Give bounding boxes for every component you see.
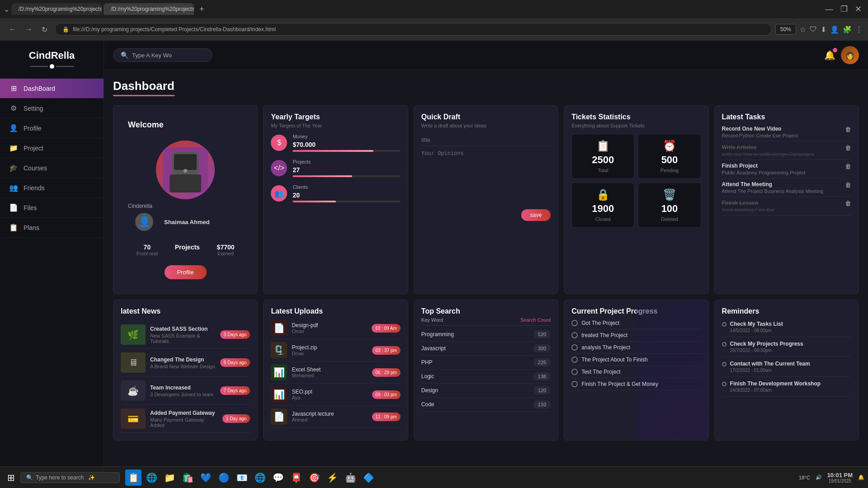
task-3-delete[interactable]: 🗑 [845,163,851,170]
taskbar-search-icon: 🔍 [26,474,33,481]
search-row-1: Programming 520 [421,328,551,342]
taskbar-app-whatsapp[interactable]: 💬 [270,469,286,486]
user-avatar[interactable]: 👩 [841,46,859,64]
upload-name-1: Design-pdf [292,322,367,328]
news-thumb-2: 🖥 [121,352,146,373]
taskbar-app-chatgpt[interactable]: 🤖 [342,469,359,486]
sidebar-item-plans[interactable]: 📋 Plans [0,218,104,238]
taskbar-search[interactable]: 🔍 Type here to search ✨ [20,472,120,483]
address-bar[interactable]: 🔒 file:///D:/my programing projects/Comp… [55,23,772,36]
sidebar-item-project[interactable]: 📁 Project [0,138,104,158]
logo-dot [50,64,54,69]
setting-icon: ⚙ [9,104,18,113]
news-thumb-1: 🌿 [121,324,146,345]
news-content-4: Added Payment Gateway Many Payment Gatew… [150,410,218,428]
taskbar-app-app3[interactable]: 🔷 [360,469,377,486]
news-title: latest News [121,307,250,315]
news-title-2: Changed The Design [150,357,216,363]
latest-uploads-card: Latest Uploads 📄 Design-pdf Omar 10 : 09… [263,300,408,441]
draft-title-input[interactable] [421,134,551,146]
ticket-deleted: 🗑️ 100 Deleted [638,183,701,228]
sidebar-item-courses[interactable]: 🎓 Courses [0,158,104,178]
new-tab-btn[interactable]: + [196,5,208,14]
forward-btn[interactable]: → [22,23,36,36]
top-search-title: Top Search [421,307,551,315]
target-projects: </> Projects 27 [271,159,400,177]
browser-tab-2[interactable]: /D:/my%20programing%20projects... ✕ [104,3,194,15]
minimize-btn[interactable]: — [822,5,836,14]
menu-btn[interactable]: ⋮ [855,25,863,34]
count-3: 225 [533,358,551,366]
sidebar-nav: ⊞ DashBoard ⚙ Setting 👤 Profile 📁 Projec… [0,73,104,243]
save-draft-btn[interactable]: save [521,209,551,221]
tab-1-label: /D:/my%20programing%20projects... [19,6,102,12]
reminder-dot-3 [722,362,726,366]
taskbar-app-vscode[interactable]: 💙 [198,469,214,486]
target-clients-label: Clients [292,184,400,190]
refresh-btn[interactable]: ↻ [38,23,51,36]
tasks-list: Record One New Video Record Python Creat… [722,123,851,216]
task-item-1: Record One New Video Record Python Creat… [722,123,851,141]
project-radio-6 [571,381,578,387]
sidebar-item-profile[interactable]: 👤 Profile [0,118,104,138]
tickets-grid: 📋 2500 Total ⏰ 500 Pending 🔒 1900 [571,134,701,228]
notifications-icon[interactable]: 🔔 [858,474,864,480]
start-btn[interactable]: ⊞ [4,470,19,485]
taskbar-app-app2[interactable]: ⚡ [324,469,340,486]
maximize-btn[interactable]: ❐ [838,4,850,14]
upload-name-5: Javascript lecture [292,411,367,417]
tab-2-label: /D:/my%20programing%20projects... [111,6,194,12]
avatar-small-icon: 👤 [138,216,151,228]
extensions-btn[interactable]: 🧩 [843,25,852,34]
project-3: analysis The Project [571,342,701,354]
search-placeholder: Type A Key Wo [132,52,172,59]
task-2-delete[interactable]: 🗑 [845,144,851,151]
taskbar-app-gmail[interactable]: 📮 [288,469,304,486]
taskbar-app-task[interactable]: 📋 [125,469,142,486]
download-btn[interactable]: ⬇ [821,25,826,34]
svg-point-4 [184,169,187,173]
search-table-header: Key Word Search Count [421,317,551,326]
files-icon: 📄 [9,203,18,212]
profile-btn[interactable]: 👤 [830,25,839,34]
notification-btn[interactable]: 🔔 [824,50,835,61]
sidebar-item-files[interactable]: 📄 Files [0,198,104,218]
close-btn[interactable]: ✕ [852,4,864,14]
task-1-delete[interactable]: 🗑 [845,126,851,133]
taskbar-app-outlook[interactable]: 📧 [234,469,250,486]
task-5-delete[interactable]: 🗑 [845,200,851,207]
ticket-total: 📋 2500 Total [571,134,634,179]
taskbar-app-explorer[interactable]: 📁 [161,469,178,486]
sidebar-item-dashboard[interactable]: ⊞ DashBoard [0,79,104,99]
temp-label: 18°C [799,475,810,480]
project-list: Got The Project treated The Project anal… [571,317,701,390]
count-5: 120 [533,386,551,394]
news-desc-1: New SASS Example & Tutorials [150,333,216,344]
top-bar: 🔍 Type A Key Wo 🔔 👩 [104,41,868,70]
target-projects-details: Projects 27 [292,159,400,177]
tab-list-btn[interactable]: ⌄ [4,5,9,14]
logo-text: CindRella [29,50,75,61]
profile-button[interactable]: Profile [165,265,207,279]
taskbar-app-app1[interactable]: 🎯 [306,469,322,486]
upload-name-4: SEO.ppt [292,389,367,395]
browser-tab-1[interactable]: /D:/my%20programing%20projects... ✕ [11,3,102,15]
draft-content-input[interactable] [421,150,551,204]
taskbar-app-chrome2[interactable]: 🌐 [252,469,268,486]
shield-btn[interactable]: 🛡 [810,25,817,33]
welcome-image [156,141,215,199]
taskbar-app-edge[interactable]: 🌐 [143,469,160,486]
taskbar-app-chrome[interactable]: 🔵 [216,469,232,486]
search-box[interactable]: 🔍 Type A Key Wo [113,48,212,62]
task-item-5: Finish Lesson finish-teaching-Fine-Bar 🗑 [722,197,851,216]
taskbar-app-store[interactable]: 🛍️ [179,469,196,486]
stat-earned-value: $7700 [217,244,235,251]
sidebar-item-setting[interactable]: ⚙ Setting [0,99,104,118]
upload-time-1: 10 : 09 Am [372,324,401,333]
reminder-time-4: 24/3/2022 - 07:00am [730,388,821,393]
sidebar-label-setting: Setting [24,105,43,112]
bookmark-btn[interactable]: ☆ [800,25,806,34]
task-4-delete[interactable]: 🗑 [845,181,851,188]
sidebar-item-friends[interactable]: 👥 Friends [0,178,104,198]
back-btn[interactable]: ← [5,23,20,36]
